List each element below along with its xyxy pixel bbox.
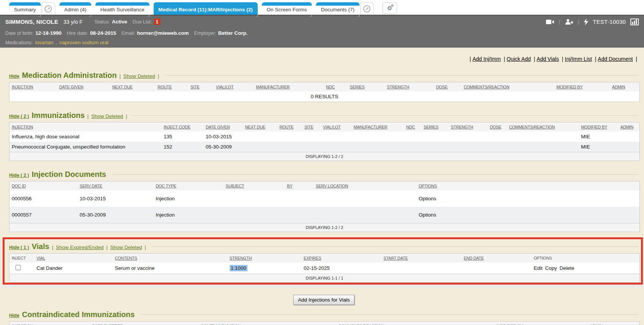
tab-summary[interactable]: Summary: [9, 2, 41, 15]
column-header[interactable]: ADMIN: [588, 322, 640, 325]
column-header[interactable]: MANUFACTURER: [254, 82, 324, 92]
paging-status: DISPLAYING 1-2 / 2: [9, 152, 640, 161]
column-header[interactable]: ROUTE: [277, 122, 302, 132]
column-header[interactable]: STRENGTH: [227, 254, 302, 263]
separator: |: [636, 56, 637, 62]
column-header[interactable]: ROUTE: [156, 82, 188, 92]
column-header[interactable]: MODIFIED BY: [579, 122, 618, 132]
column-header[interactable]: INJECTION: [9, 322, 90, 325]
hide-link[interactable]: Hide: [9, 313, 19, 318]
section-title: Injection Documents: [32, 170, 106, 179]
column-header[interactable]: SUBJECT: [224, 181, 285, 191]
column-header[interactable]: SERIES: [422, 122, 449, 132]
column-header[interactable]: END DATE: [462, 254, 532, 263]
hide-link[interactable]: Hide ( 2 ): [9, 114, 29, 119]
medication-link[interactable]: losartan: [35, 40, 53, 45]
action-links: |Add Inj/Imm |Quick Add |Add Vials |Inj/…: [9, 56, 639, 62]
column-header[interactable]: NEXT DUE: [243, 122, 277, 132]
vials-table: INJECT VIAL CONTENTS STRENGTH EXPIRES ST…: [9, 253, 640, 283]
tab-medical-record[interactable]: Medical Record (11):MAR/Injections (2): [154, 2, 258, 15]
column-header[interactable]: NEXT DUE: [110, 82, 156, 92]
column-header[interactable]: NDC: [404, 122, 422, 132]
column-header[interactable]: COMMENTS/REACTION: [507, 122, 579, 132]
column-header[interactable]: VIAL/LOT: [321, 122, 352, 132]
show-expired-ended-link[interactable]: Show Expired/Ended: [56, 245, 104, 250]
show-deleted-link[interactable]: Show Deleted: [91, 113, 123, 119]
hire-date-value: 08-24-2015: [90, 30, 116, 36]
column-header[interactable]: MANUFACTURER: [352, 122, 404, 132]
column-header[interactable]: INJECTION: [9, 82, 57, 92]
delete-link[interactable]: Delete: [560, 265, 574, 271]
column-header[interactable]: MODIFIED BY: [495, 322, 588, 325]
column-header[interactable]: SERV DATE: [78, 181, 154, 191]
show-deleted-link[interactable]: Show Deleted: [110, 245, 142, 250]
hide-link[interactable]: Hide ( 1 ): [9, 245, 29, 250]
column-header[interactable]: SERV LOCATION: [314, 181, 417, 191]
vial-end-date: [462, 263, 532, 274]
add-inj-imm-link[interactable]: Add Inj/Imm: [473, 56, 501, 62]
documents-popout-button[interactable]: ↗: [360, 2, 374, 15]
column-header[interactable]: ADMIN: [618, 122, 640, 132]
inj-imm-list-link[interactable]: Inj/Imm List: [565, 56, 592, 62]
add-person-icon[interactable]: [565, 19, 573, 25]
settings-button[interactable]: ⚙ ⚙: [383, 2, 397, 14]
column-header[interactable]: CONTENTS: [113, 254, 227, 263]
column-header[interactable]: INJECTION: [9, 122, 162, 132]
add-injections-for-vials-button[interactable]: Add Injections for Vials: [293, 295, 354, 305]
inject-checkbox[interactable]: [16, 265, 21, 270]
video-camera-icon[interactable]: [546, 19, 554, 25]
column-header[interactable]: STRENGTH: [385, 82, 434, 92]
tab-on-screen-forms[interactable]: On Screen Forms: [262, 2, 312, 15]
column-header[interactable]: VIAL/LOT: [214, 82, 254, 92]
summary-popout-button[interactable]: ↗: [42, 2, 55, 15]
tab-health-surveillance[interactable]: Health Surveillance: [95, 2, 149, 15]
options-link[interactable]: Options: [419, 196, 437, 201]
add-vials-link[interactable]: Add Vials: [537, 56, 559, 62]
column-header[interactable]: VIAL: [34, 254, 113, 263]
vial-strength-selected: 1:1000: [230, 265, 247, 271]
column-header[interactable]: DOC ID: [9, 181, 78, 191]
column-header[interactable]: COMMENTS/REACTION: [462, 82, 554, 92]
medication-link[interactable]: naproxen sodium oral: [59, 40, 109, 45]
email-label: Email:: [121, 30, 135, 36]
column-header[interactable]: DATE GIVEN: [204, 122, 243, 132]
column-header[interactable]: ADMIN: [610, 82, 640, 92]
hide-link[interactable]: Hide ( 2 ): [9, 173, 29, 178]
column-header[interactable]: DOSE: [434, 82, 462, 92]
column-header[interactable]: INJECT CODE: [162, 122, 204, 132]
injection-name: Influenza, high dose seasonal: [9, 132, 162, 142]
column-header[interactable]: SITE: [188, 82, 214, 92]
column-header[interactable]: CONTRAINDICATION: [199, 322, 336, 325]
column-header[interactable]: SITE: [302, 122, 321, 132]
tab-admin[interactable]: Admin (4): [59, 2, 92, 15]
edit-link[interactable]: Edit: [534, 265, 543, 271]
column-header[interactable]: NDC: [324, 82, 348, 92]
column-header[interactable]: SERIES: [348, 82, 385, 92]
column-header[interactable]: DATE ENTERED: [90, 322, 199, 325]
flowsheet-chart-icon[interactable]: [630, 19, 639, 25]
options-link[interactable]: Options: [419, 212, 437, 218]
hide-link[interactable]: Hide: [9, 74, 19, 79]
paging-status: DISPLAYING 1-1 / 1: [9, 274, 640, 283]
add-document-link[interactable]: Add Document: [598, 56, 633, 62]
column-header[interactable]: DATE GIVEN: [57, 82, 110, 92]
divider: [140, 314, 639, 315]
column-header[interactable]: MODIFIED BY: [554, 82, 610, 92]
column-header[interactable]: COMMENTS/REACTION: [336, 322, 495, 325]
contraindicated-immunizations-header: Hide Contraindicated Immunizations: [9, 310, 639, 319]
tab-documents[interactable]: Documents (7): [316, 2, 359, 15]
quick-add-link[interactable]: Quick Add: [507, 56, 531, 62]
lightning-icon[interactable]: [584, 19, 588, 25]
column-header[interactable]: BY: [285, 181, 314, 191]
due-list-badge[interactable]: 1: [154, 19, 160, 25]
copy-link[interactable]: Copy: [545, 265, 557, 271]
show-deleted-link[interactable]: Show Deleted: [123, 73, 155, 79]
column-header[interactable]: DOC TYPE: [154, 181, 224, 191]
column-header[interactable]: DOSE: [488, 122, 507, 132]
column-header[interactable]: OPTIONS: [417, 181, 640, 191]
webchart-page: Summary ↗ Admin (4) Health Surveillance …: [0, 0, 644, 325]
modified-by: MIE: [579, 142, 618, 152]
column-header[interactable]: EXPIRES: [302, 254, 381, 263]
column-header[interactable]: START DATE: [381, 254, 462, 263]
column-header[interactable]: STRENGTH: [449, 122, 488, 132]
